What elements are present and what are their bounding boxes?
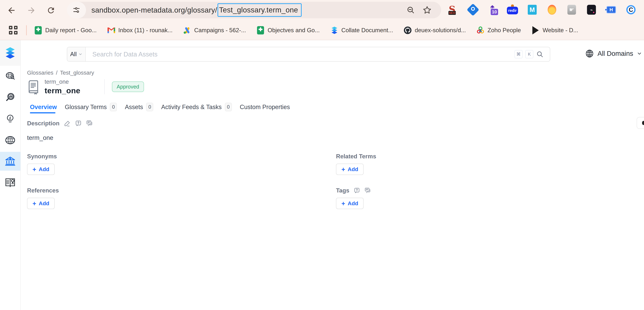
- comments-icon[interactable]: [364, 187, 371, 194]
- address-bar[interactable]: sandbox.open-metadata.org/glossary/Test_…: [67, 2, 441, 18]
- add-reference-button[interactable]: + Add: [27, 198, 54, 209]
- bookmark-daily-report[interactable]: Daily report - Goo...: [34, 26, 97, 35]
- bookmark-collate[interactable]: Collate Document...: [330, 26, 393, 35]
- edit-pencil-icon[interactable]: [64, 120, 71, 127]
- extension-monica-icon[interactable]: [547, 5, 557, 15]
- tab-custom-properties[interactable]: Custom Properties: [240, 104, 290, 110]
- sidebar-item-glossary[interactable]: [0, 174, 20, 191]
- sidebar-item-insights[interactable]: [0, 110, 20, 127]
- description-text: term_one: [27, 134, 53, 141]
- zoom-out-icon[interactable]: [406, 6, 415, 14]
- bookmark-campaigns[interactable]: Campaigns - 562-...: [183, 26, 246, 35]
- tags-heading: Tags: [336, 187, 350, 194]
- related-terms-section: Related Terms + Add: [336, 153, 376, 175]
- site-settings-icon[interactable]: [67, 2, 86, 18]
- add-related-term-button[interactable]: + Add: [336, 164, 364, 175]
- bookmark-github[interactable]: deuex-solutions/d...: [404, 26, 466, 35]
- related-terms-heading: Related Terms: [336, 153, 376, 160]
- bookmark-inbox[interactable]: Inbox (11) - rounak...: [107, 26, 173, 35]
- search-input[interactable]: Search for Data Assets: [92, 51, 158, 58]
- tab-glossary-terms[interactable]: Glossary Terms 0: [65, 103, 117, 111]
- extension-redirect-icon[interactable]: redir: [508, 5, 518, 15]
- glossary-terms-count: 0: [110, 103, 117, 111]
- breadcrumb-test-glossary[interactable]: Test_glossary: [60, 70, 94, 76]
- plus-icon: +: [32, 167, 36, 172]
- add-tag-button[interactable]: + Add: [336, 198, 364, 209]
- zoho-people-icon: [476, 26, 484, 35]
- tab-overview[interactable]: Overview: [30, 104, 57, 110]
- back-button[interactable]: [6, 5, 16, 16]
- sidebar-item-explore[interactable]: [0, 67, 20, 85]
- apps-grid-icon[interactable]: [9, 26, 18, 35]
- browser-toolbar: sandbox.open-metadata.org/glossary/Test_…: [0, 0, 644, 21]
- sidebar-item-observability[interactable]: [0, 88, 20, 106]
- description-heading: Description: [27, 120, 60, 127]
- collate-icon: [330, 26, 338, 35]
- sidebar-item-domains[interactable]: [0, 131, 20, 149]
- breadcrumb: Glossaries / Test_glossary: [27, 70, 94, 76]
- assets-count: 0: [146, 103, 153, 111]
- description-header: Description: [27, 120, 93, 127]
- extension-dark-icon[interactable]: ⌁: [586, 5, 596, 15]
- openmetadata-logo[interactable]: [0, 40, 20, 66]
- extension-hreflang-icon[interactable]: H: [606, 5, 616, 15]
- comments-icon[interactable]: [86, 120, 93, 127]
- left-nav-sidebar: [0, 40, 21, 310]
- extension-c-icon[interactable]: C: [626, 5, 636, 15]
- chevron-down-icon: [78, 52, 82, 56]
- bookmark-website[interactable]: Website - D...: [532, 26, 578, 35]
- page-title: term_one: [44, 86, 80, 95]
- bookmarks-separator: [26, 25, 27, 35]
- sidebar-item-govern[interactable]: [0, 152, 20, 171]
- synonyms-section: Synonyms + Add: [27, 153, 57, 175]
- breadcrumb-separator: /: [56, 70, 58, 76]
- extension-hand-icon[interactable]: ☛: [567, 5, 577, 15]
- request-tags-icon[interactable]: [354, 187, 360, 194]
- extension-m-icon[interactable]: M: [527, 5, 537, 15]
- google-ads-icon: [183, 26, 192, 35]
- reload-button[interactable]: [46, 5, 56, 16]
- references-section: References + Add: [27, 187, 59, 209]
- activity-count: 0: [225, 103, 232, 111]
- request-description-icon[interactable]: [75, 120, 82, 127]
- openmetadata-app: All Search for Data Assets ⌘ K All Domai…: [0, 40, 644, 310]
- breadcrumb-glossaries[interactable]: Glossaries: [27, 70, 53, 76]
- search-filter-select[interactable]: All: [67, 47, 86, 61]
- globe-icon: [585, 49, 594, 58]
- bookmark-zoho-people[interactable]: Zoho People: [476, 26, 521, 35]
- bookmark-objectives[interactable]: Objectves and Go...: [256, 26, 320, 35]
- add-synonym-button[interactable]: + Add: [27, 164, 54, 175]
- global-search-bar[interactable]: All Search for Data Assets ⌘ K: [67, 47, 550, 62]
- term-fqn: term_one: [44, 78, 80, 85]
- references-heading: References: [27, 187, 59, 194]
- extension-tag-icon[interactable]: [468, 5, 478, 15]
- url-text[interactable]: sandbox.open-metadata.org/glossary/Test_…: [92, 3, 302, 17]
- main-content: All Search for Data Assets ⌘ K All Domai…: [21, 40, 644, 310]
- browser-chrome: sandbox.open-metadata.org/glossary/Test_…: [0, 0, 644, 40]
- status-badge: Approved: [112, 81, 144, 92]
- k-key-chip: K: [525, 50, 533, 58]
- tags-section: Tags + Add: [336, 187, 371, 209]
- bookmark-star-icon[interactable]: [423, 6, 432, 15]
- google-sheets-icon: [256, 26, 265, 35]
- forward-button[interactable]: [26, 5, 36, 16]
- synonyms-heading: Synonyms: [27, 153, 57, 160]
- extension-arrows-icon[interactable]: ⇞ 10: [488, 5, 498, 15]
- tab-assets[interactable]: Assets 0: [125, 103, 153, 111]
- tab-activity-feeds[interactable]: Activity Feeds & Tasks 0: [161, 103, 232, 111]
- chevron-down-icon: [637, 51, 642, 56]
- bookmarks-bar: Daily report - Goo... Inbox (11) - rouna…: [0, 21, 644, 40]
- plus-icon: +: [342, 201, 345, 206]
- more-options-button[interactable]: [637, 117, 644, 129]
- glossary-term-icon: [26, 79, 40, 94]
- google-sheets-icon: [34, 26, 42, 35]
- extension-seo-icon[interactable]: S SEO: [448, 5, 458, 15]
- plus-icon: +: [32, 201, 36, 206]
- url-selected-segment[interactable]: Test_glossary.term_one: [218, 3, 302, 17]
- term-header: term_one term_one Approved: [26, 78, 144, 95]
- plus-icon: +: [342, 167, 345, 172]
- search-icon[interactable]: [536, 51, 544, 58]
- title-divider: [104, 79, 105, 94]
- domain-selector[interactable]: All Domains: [585, 49, 642, 58]
- github-icon: [404, 26, 412, 35]
